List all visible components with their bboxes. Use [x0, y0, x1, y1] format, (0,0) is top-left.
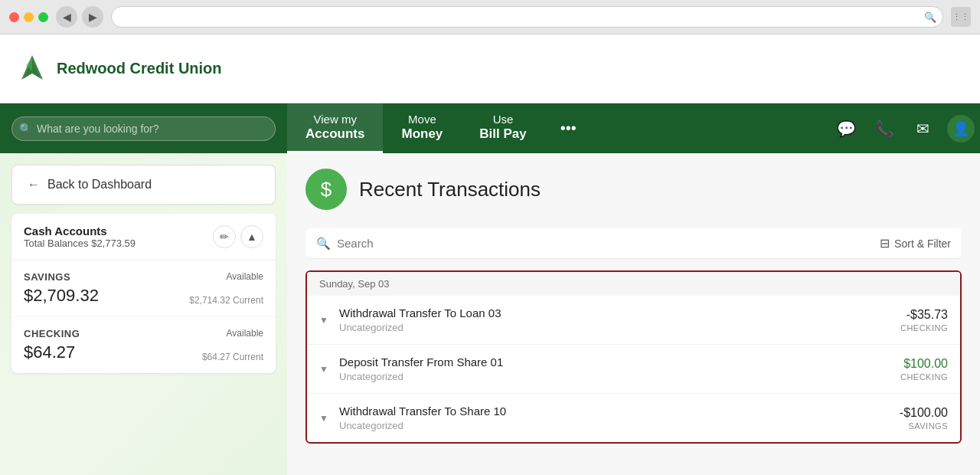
forward-button[interactable]: ▶ — [82, 6, 103, 28]
nav-view-my-label: View my — [314, 113, 357, 126]
back-to-dashboard-button[interactable]: ← Back to Dashboard — [11, 165, 276, 205]
transaction-amount: $100.00 — [900, 357, 948, 371]
accounts-section: Cash Accounts Total Balances $2,773.59 ✏… — [11, 214, 276, 373]
accounts-header: Cash Accounts Total Balances $2,773.59 ✏… — [11, 214, 276, 260]
avatar: 👤 — [947, 115, 975, 142]
back-to-dashboard-label: Back to Dashboard — [47, 178, 152, 192]
search-area: 🔍 — [0, 103, 287, 153]
filter-search-wrap: 🔍 — [316, 237, 880, 251]
transaction-category: Uncategorized — [339, 322, 891, 333]
nav-item-accounts[interactable]: View my Accounts — [287, 103, 383, 153]
mail-button[interactable]: ✉ — [903, 103, 942, 153]
transaction-name: Withdrawal Transfer To Loan 03 — [339, 306, 891, 319]
sort-filter-icon: ⊟ — [880, 236, 890, 251]
dollar-icon: $ — [321, 178, 332, 201]
dot-red[interactable] — [9, 12, 19, 22]
transaction-account: CHECKING — [900, 372, 948, 382]
sort-filter-button[interactable]: ⊟ Sort & Filter — [880, 236, 951, 251]
transaction-category: Uncategorized — [339, 371, 891, 382]
browser-nav: ◀ ▶ — [56, 6, 103, 28]
transaction-amount-section: -$100.00 SAVINGS — [900, 406, 948, 431]
search-wrap: 🔍 — [11, 116, 276, 141]
browser-icon: ⋮⋮ — [951, 7, 971, 27]
page-icon: $ — [305, 169, 347, 210]
nav-actions: 💬 📞 ✉ 👤 — [827, 103, 980, 153]
transaction-account: CHECKING — [900, 323, 948, 332]
transaction-name: Deposit Transfer From Share 01 — [339, 355, 891, 369]
logo-text: Redwood Credit Union — [57, 60, 222, 77]
accounts-title: Cash Accounts — [24, 224, 136, 238]
mail-icon: ✉ — [916, 120, 929, 138]
phone-icon: 📞 — [875, 120, 894, 138]
nav-bar: 🔍 View my Accounts Move Money Use Bill P… — [0, 103, 980, 153]
table-row[interactable]: ▼ Withdrawal Transfer To Loan 03 Uncateg… — [307, 296, 960, 345]
checking-current: $64.27 Current — [202, 352, 263, 362]
checking-balance-row: $64.27 $64.27 Current — [24, 342, 263, 362]
dot-yellow[interactable] — [24, 12, 34, 22]
chat-icon: 💬 — [837, 120, 856, 138]
checking-balance: $64.27 — [24, 342, 75, 362]
page-title: Recent Transactions — [359, 178, 541, 201]
transaction-info: Deposit Transfer From Share 01 Uncategor… — [339, 355, 891, 382]
browser-dots — [9, 12, 48, 22]
search-input[interactable] — [11, 116, 276, 141]
edit-button[interactable]: ✏ — [213, 225, 236, 248]
nav-item-bill-pay[interactable]: Use Bill Pay — [461, 103, 544, 153]
accounts-controls: ✏ ▲ — [213, 225, 263, 248]
transaction-amount: -$100.00 — [900, 406, 948, 420]
address-search-icon: 🔍 — [924, 11, 936, 23]
table-row[interactable]: ▼ Withdrawal Transfer To Share 10 Uncate… — [307, 394, 960, 442]
account-checking[interactable]: CHECKING Available $64.27 $64.27 Current — [11, 317, 276, 373]
checking-available-label: Available — [227, 328, 263, 339]
chat-button[interactable]: 💬 — [827, 103, 865, 153]
checking-account-name: CHECKING — [24, 328, 80, 339]
collapse-button[interactable]: ▲ — [240, 225, 263, 248]
accounts-total: Total Balances $2,773.59 — [24, 238, 136, 249]
savings-available-label: Available — [227, 271, 263, 282]
account-savings[interactable]: SAVINGS Available $2,709.32 $2,714.32 Cu… — [11, 260, 276, 317]
transaction-amount-section: $100.00 CHECKING — [900, 357, 948, 382]
nav-money-label: Money — [401, 126, 443, 142]
transactions-container: Sunday, Sep 03 ▼ Withdrawal Transfer To … — [305, 270, 962, 444]
expand-arrow-icon: ▼ — [319, 413, 330, 424]
user-button[interactable]: 👤 — [942, 103, 980, 153]
nav-use-label: Use — [493, 113, 514, 126]
transaction-amount-section: -$35.73 CHECKING — [900, 308, 948, 332]
back-arrow-icon: ← — [28, 178, 40, 192]
right-content: $ Recent Transactions 🔍 ⊟ Sort & Filter … — [287, 153, 980, 475]
sort-filter-label: Sort & Filter — [894, 238, 951, 250]
nav-more-button[interactable]: ••• — [545, 103, 592, 153]
expand-arrow-icon: ▼ — [319, 315, 330, 326]
main-content: ← Back to Dashboard Cash Accounts Total … — [0, 153, 980, 475]
transaction-account: SAVINGS — [900, 421, 948, 431]
page-title-section: $ Recent Transactions — [305, 169, 962, 210]
transaction-info: Withdrawal Transfer To Loan 03 Uncategor… — [339, 306, 891, 333]
transaction-amount: -$35.73 — [900, 308, 948, 322]
phone-button[interactable]: 📞 — [865, 103, 903, 153]
expand-arrow-icon: ▼ — [319, 364, 330, 375]
transaction-name: Withdrawal Transfer To Share 10 — [339, 405, 890, 418]
savings-balance-row: $2,709.32 $2,714.32 Current — [24, 286, 263, 306]
sidebar: ← Back to Dashboard Cash Accounts Total … — [0, 153, 287, 475]
transaction-search-input[interactable] — [337, 237, 880, 250]
date-header: Sunday, Sep 03 — [307, 272, 960, 296]
logo-icon — [15, 52, 49, 86]
nav-items: View my Accounts Move Money Use Bill Pay… — [287, 103, 827, 153]
address-bar[interactable]: 🔍 — [111, 6, 943, 28]
nav-billpay-label: Bill Pay — [479, 126, 526, 142]
savings-balance: $2,709.32 — [24, 286, 99, 306]
dot-green[interactable] — [38, 12, 48, 22]
nav-move-label: Move — [408, 113, 436, 126]
savings-current: $2,714.32 Current — [189, 295, 263, 306]
table-row[interactable]: ▼ Deposit Transfer From Share 01 Uncateg… — [307, 345, 960, 394]
transaction-category: Uncategorized — [339, 420, 890, 431]
nav-accounts-label: Accounts — [305, 126, 364, 142]
transactions-filter: 🔍 ⊟ Sort & Filter — [305, 228, 962, 258]
transaction-info: Withdrawal Transfer To Share 10 Uncatego… — [339, 405, 890, 431]
nav-item-move-money[interactable]: Move Money — [383, 103, 461, 153]
app-container: Redwood Credit Union 🔍 View my Accounts … — [0, 34, 980, 475]
accounts-title-group: Cash Accounts Total Balances $2,773.59 — [24, 224, 136, 249]
back-button[interactable]: ◀ — [56, 6, 77, 28]
browser-chrome: ◀ ▶ 🔍 ⋮⋮ — [0, 0, 980, 34]
user-icon: 👤 — [952, 120, 969, 137]
